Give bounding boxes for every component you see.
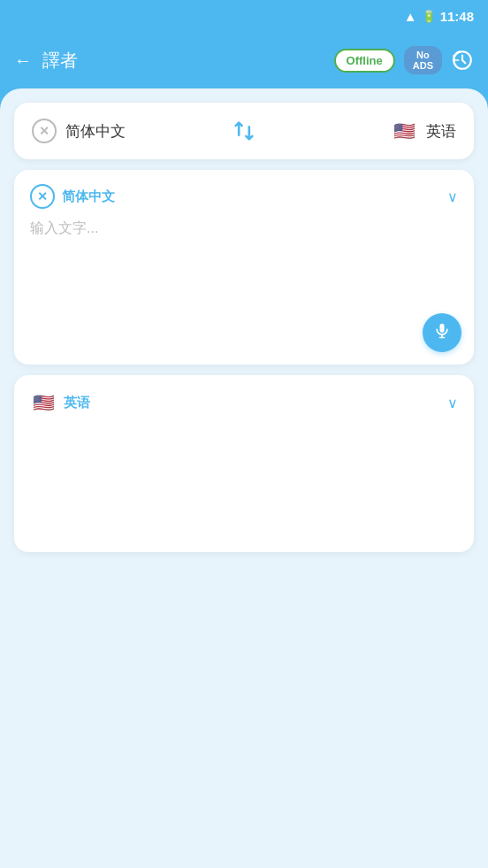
swap-languages-button[interactable] — [228, 115, 260, 147]
no-ads-line1: No — [413, 50, 433, 60]
history-button[interactable] — [451, 49, 474, 72]
status-time: 11:48 — [440, 9, 474, 24]
source-lang-name: 简体中文 — [65, 121, 126, 142]
target-language-selector[interactable]: 🇺🇸 英语 — [260, 118, 456, 144]
status-bar: ▲ 🔋 11:48 — [0, 0, 488, 32]
page-title: 譯者 — [42, 49, 78, 73]
target-translation-panel: 🇺🇸 英语 ∨ — [14, 375, 474, 552]
target-panel-lang-info[interactable]: 🇺🇸 英语 — [30, 389, 90, 416]
source-panel-chevron-icon[interactable]: ∨ — [447, 188, 458, 205]
wifi-icon: ▲ — [404, 9, 417, 24]
svg-rect-1 — [440, 323, 445, 332]
source-panel-cancel-icon: ✕ — [30, 184, 55, 209]
target-panel-header: 🇺🇸 英语 ∨ — [30, 389, 458, 416]
target-panel-lang-label: 英语 — [64, 395, 90, 411]
target-panel-chevron-icon[interactable]: ∨ — [447, 395, 458, 411]
swap-icon — [232, 119, 256, 143]
source-panel-header: ✕ 简体中文 ∨ — [30, 184, 458, 209]
source-translation-panel: ✕ 简体中文 ∨ 输入文字... — [14, 170, 474, 365]
source-lang-cancel-icon: ✕ — [32, 119, 57, 143]
microphone-icon — [433, 322, 451, 344]
target-lang-name: 英语 — [426, 121, 456, 142]
no-ads-line2: ADS — [413, 60, 433, 71]
battery-icon: 🔋 — [422, 10, 436, 23]
target-lang-flag: 🇺🇸 — [391, 118, 417, 144]
back-arrow-icon: ← — [14, 50, 32, 71]
mic-svg — [433, 322, 451, 340]
target-panel-flag: 🇺🇸 — [30, 389, 57, 416]
source-language-selector[interactable]: ✕ 简体中文 — [32, 119, 228, 143]
offline-badge[interactable]: Offline — [334, 49, 395, 73]
bottom-spacer — [14, 563, 474, 854]
main-content: ✕ 简体中文 🇺🇸 英语 ✕ 简体中文 ∨ 输入文字... — [0, 88, 488, 868]
source-input-placeholder[interactable]: 输入文字... — [30, 218, 458, 239]
header-controls: Offline No ADS — [334, 46, 474, 74]
language-selector-bar: ✕ 简体中文 🇺🇸 英语 — [14, 103, 474, 159]
history-icon — [451, 49, 474, 72]
header: ← 譯者 Offline No ADS — [0, 32, 488, 88]
status-icons: ▲ 🔋 11:48 — [404, 9, 474, 24]
source-panel-lang-label: 简体中文 — [62, 188, 115, 205]
microphone-button[interactable] — [423, 313, 461, 352]
no-ads-badge[interactable]: No ADS — [404, 46, 442, 74]
source-panel-lang-info[interactable]: ✕ 简体中文 — [30, 184, 115, 209]
back-button[interactable]: ← 譯者 — [14, 49, 78, 73]
